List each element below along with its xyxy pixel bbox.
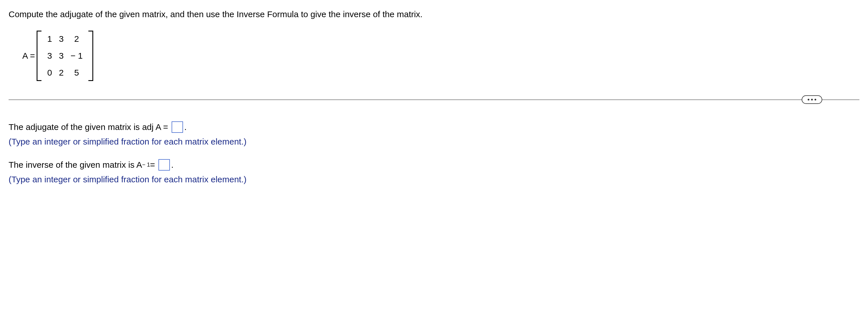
matrix-cell: 0 [44, 64, 56, 81]
inverse-suffix: . [171, 157, 173, 172]
inverse-line: The inverse of the given matrix is A − 1… [8, 157, 860, 172]
matrix-cell: 2 [56, 64, 67, 81]
matrix-cell: 3 [56, 48, 67, 64]
adjugate-prompt: The adjugate of the given matrix is adj … [8, 120, 168, 134]
matrix-label: A = [22, 51, 35, 61]
table-row: 1 3 2 [44, 31, 86, 48]
more-options-button[interactable] [802, 95, 822, 104]
adjugate-line: The adjugate of the given matrix is adj … [8, 120, 860, 134]
section-divider [8, 95, 860, 104]
inverse-prompt-a: The inverse of the given matrix is A [8, 157, 142, 172]
divider-line [8, 99, 860, 100]
inverse-hint: (Type an integer or simplified fraction … [8, 172, 860, 186]
matrix-cells: 1 3 2 3 3 − 1 0 2 5 [44, 31, 86, 81]
matrix-A: 1 3 2 3 3 − 1 0 2 5 [37, 31, 93, 81]
matrix-cell: 5 [67, 64, 86, 81]
matrix-expression: A = 1 3 2 3 3 − 1 0 2 5 [22, 31, 860, 81]
matrix-cell: 2 [67, 31, 86, 48]
left-bracket-icon [37, 31, 41, 81]
inverse-answer-input[interactable] [158, 159, 170, 171]
adjugate-suffix: . [184, 120, 186, 134]
table-row: 0 2 5 [44, 64, 86, 81]
matrix-cell: − 1 [67, 48, 86, 64]
matrix-cell: 3 [56, 31, 67, 48]
matrix-cell: 1 [44, 31, 56, 48]
right-bracket-icon [88, 31, 93, 81]
inverse-exponent: − 1 [142, 160, 150, 169]
adjugate-hint: (Type an integer or simplified fraction … [8, 134, 860, 149]
table-row: 3 3 − 1 [44, 48, 86, 64]
matrix-cell: 3 [44, 48, 56, 64]
answer-section: The adjugate of the given matrix is adj … [8, 120, 860, 186]
dot-icon [808, 99, 809, 100]
adjugate-answer-input[interactable] [172, 121, 183, 133]
dot-icon [811, 99, 813, 100]
question-text: Compute the adjugate of the given matrix… [8, 8, 860, 20]
dot-icon [814, 99, 816, 100]
inverse-prompt-b: = [150, 157, 155, 172]
